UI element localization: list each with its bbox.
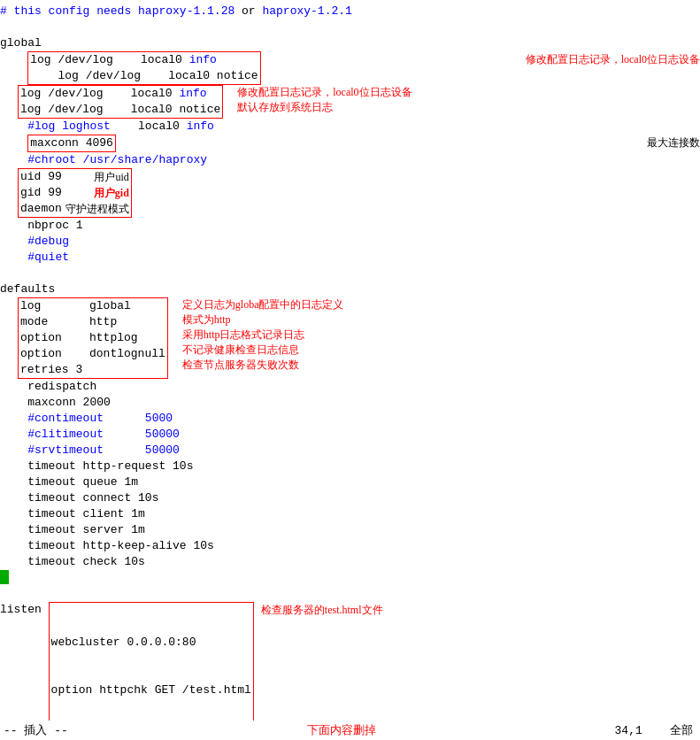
cursor-block [0, 570, 9, 584]
defaults-keyword: defaults [0, 281, 700, 297]
timeout-http-request-line: timeout http-request 10s [0, 459, 700, 474]
timeout-queue-line: timeout queue 1m [0, 474, 700, 490]
redispatch-line: redispatch [0, 379, 700, 395]
option-dontlognull-text: option dontlognull [20, 346, 165, 362]
maxconn-line: maxconn 4096 最大连接数 [0, 135, 700, 152]
timeout-http-request-text: timeout http-request 10s [0, 459, 700, 474]
gid-text: gid 99 [20, 185, 90, 201]
quiet-line: #quiet [0, 250, 700, 266]
timeout-queue-text: timeout queue 1m [0, 474, 700, 490]
log-global-line: log global [20, 298, 165, 314]
timeout-connect-line: timeout connect 10s [0, 490, 700, 506]
listen-keyword: listen [0, 602, 49, 618]
timeout-check-line: timeout check 10s [0, 554, 700, 570]
retries-text: retries 3 [20, 362, 165, 378]
global-keyword: global [0, 35, 700, 51]
editor-area: # this config needs haproxy-1.1.28 or ha… [0, 0, 700, 740]
blank1 [0, 19, 700, 35]
header-comment-line: # this config needs haproxy-1.1.28 or ha… [0, 4, 700, 19]
option-httpchk-line: option httpchk GET /test.html [51, 682, 251, 698]
option-httplog-line: option httplog [20, 330, 165, 346]
log-global-text: log global [20, 298, 165, 314]
redispatch-text: redispatch [0, 379, 700, 395]
timeout-client-text: timeout client 1m [0, 506, 700, 522]
status-position: 34,1 全部 [615, 722, 700, 738]
nbproc-line: nbproc 1 [0, 218, 700, 234]
option-httplog-text: option httplog [20, 330, 165, 346]
clitimeout-text: #clitimeout 50000 [0, 427, 700, 443]
log-loghost: #log loghost local0 info [0, 119, 700, 135]
listen-line: listen webcluster 0.0.0.0:80 option http… [0, 602, 700, 740]
global-line: global [0, 35, 700, 51]
blank2 [0, 266, 700, 281]
srvtimeout-line: #srvtimeout 50000 [0, 443, 700, 459]
contimeout-text: #contimeout 5000 [0, 411, 700, 427]
cursor-line [0, 570, 700, 586]
log-text1: log /dev/log local0 info [20, 86, 220, 102]
uid-line: uid 99 用户uid [20, 169, 129, 185]
contimeout-line: #contimeout 5000 [0, 411, 700, 427]
mode-ann: 模式为http [182, 312, 344, 328]
mode-text: mode http [20, 314, 165, 330]
status-bar: -- 插入 -- 下面内容删掉 34,1 全部 [0, 721, 700, 740]
blank3 [0, 586, 700, 602]
maxconn-annotation: 最大连接数 [647, 135, 700, 150]
header-comment: # this config needs haproxy-1.1.28 or ha… [0, 4, 700, 19]
gid-label: 用户gid [94, 185, 129, 201]
status-insert: -- 插入 -- [0, 722, 68, 738]
option-dontlognull-line: option dontlognull [20, 346, 165, 362]
daemon-line: daemon 守护进程模式 [20, 201, 129, 217]
uid-label: 用户uid [94, 169, 128, 185]
mode-line: mode http [20, 314, 165, 330]
timeout-server-line: timeout server 1m [0, 522, 700, 538]
log-global-ann: 定义日志为globa配置中的日志定义 [182, 297, 344, 312]
timeout-check-text: timeout check 10s [0, 554, 700, 570]
timeout-client-line: timeout client 1m [0, 506, 700, 522]
log-loghost-line: #log loghost local0 info [0, 119, 700, 135]
debug-text: #debug [0, 234, 700, 250]
retries-line: retries 3 [20, 362, 165, 378]
timeout-server-text: timeout server 1m [0, 522, 700, 538]
log-line1b: log /dev/log local0 notice [20, 102, 220, 118]
log-annotation1: 修改配置日志记录，local0位日志设备 [526, 51, 700, 67]
webcluster-line: webcluster 0.0.0.0:80 [51, 635, 251, 651]
retries-ann: 检查节点服务器失败次数 [182, 358, 344, 373]
webcluster-text: webcluster 0.0.0.0:80 [51, 635, 251, 651]
option-httpchk-text: option httpchk GET /test.html [51, 682, 251, 698]
gid-line: gid 99 用户gid [20, 185, 129, 201]
debug-line: #debug [0, 234, 700, 250]
webcluster-ann: 检查服务器的test.html文件 [261, 602, 383, 618]
daemon-label: 守护进程模式 [65, 201, 129, 217]
timeout-keepalive-text: timeout http-keep-alive 10s [0, 538, 700, 554]
log-line1a: log /dev/log local0 info [20, 86, 220, 102]
daemon-text: daemon [20, 201, 62, 217]
uid-text: uid 99 [20, 169, 90, 185]
status-warning: 下面内容删掉 [68, 722, 615, 738]
chroot-text: #chroot /usr/share/haproxy [0, 152, 700, 168]
log-annotation-line1: 修改配置日志记录，local0位日志设备 [237, 85, 412, 100]
quiet-text: #quiet [0, 250, 700, 266]
timeout-connect-text: timeout connect 10s [0, 490, 700, 506]
option-httplog-ann: 采用http日志格式记录日志 [182, 328, 344, 343]
log-line1: log /dev/log local0 info log /dev/log lo… [0, 51, 700, 85]
log-annotation-line2: 默认存放到系统日志 [237, 100, 412, 115]
srvtimeout-text: #srvtimeout 50000 [0, 443, 700, 459]
maxconn2000-line: maxconn 2000 [0, 395, 700, 411]
clitimeout-line: #clitimeout 50000 [0, 427, 700, 443]
option-dontlognull-ann: 不记录健康检查日志信息 [182, 343, 344, 358]
maxconn-content: maxconn 4096 [0, 135, 643, 152]
log-text2: log /dev/log local0 notice [20, 102, 220, 118]
log-content1: log /dev/log local0 info log /dev/log lo… [0, 51, 519, 85]
chroot-line: #chroot /usr/share/haproxy [0, 152, 700, 168]
timeout-keepalive-line: timeout http-keep-alive 10s [0, 538, 700, 554]
defaults-line: defaults [0, 281, 700, 297]
nbproc-text: nbproc 1 [0, 218, 700, 234]
maxconn2000-text: maxconn 2000 [0, 395, 700, 411]
